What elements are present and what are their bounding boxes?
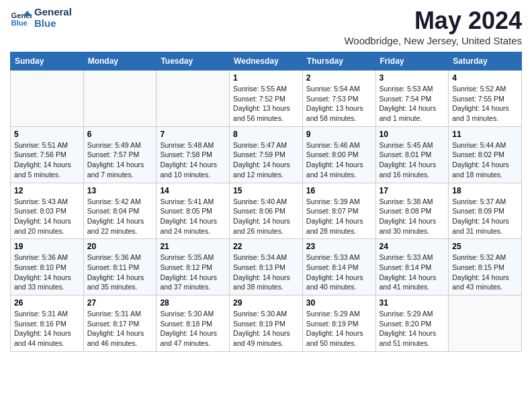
logo-line2: Blue [34, 17, 56, 29]
calendar-cell: 17Sunrise: 5:38 AMSunset: 8:08 PMDayligh… [375, 183, 449, 239]
day-info: Sunrise: 5:32 AMSunset: 8:15 PMDaylight:… [452, 253, 518, 292]
calendar-week-row: 5Sunrise: 5:51 AMSunset: 7:56 PMDaylight… [11, 126, 522, 183]
day-info: Sunrise: 5:34 AMSunset: 8:13 PMDaylight:… [233, 253, 299, 292]
calendar-cell: 15Sunrise: 5:40 AMSunset: 8:06 PMDayligh… [230, 183, 303, 239]
calendar-table: SundayMondayTuesdayWednesdayThursdayFrid… [10, 52, 522, 352]
day-info: Sunrise: 5:29 AMSunset: 8:19 PMDaylight:… [306, 309, 372, 349]
calendar-cell: 21Sunrise: 5:35 AMSunset: 8:12 PMDayligh… [157, 239, 230, 295]
calendar-cell: 20Sunrise: 5:36 AMSunset: 8:11 PMDayligh… [83, 239, 157, 295]
day-info: Sunrise: 5:53 AMSunset: 7:54 PMDaylight:… [380, 84, 445, 124]
logo: General Blue General Blue [10, 7, 72, 29]
calendar-cell: 4Sunrise: 5:52 AMSunset: 7:55 PMDaylight… [449, 71, 522, 127]
calendar-cell: 16Sunrise: 5:39 AMSunset: 8:07 PMDayligh… [302, 183, 375, 239]
day-number: 9 [306, 130, 372, 139]
weekday-header: Sunday [11, 52, 84, 71]
calendar-cell: 12Sunrise: 5:43 AMSunset: 8:03 PMDayligh… [11, 183, 84, 239]
day-number: 12 [14, 186, 80, 195]
calendar-week-row: 1Sunrise: 5:55 AMSunset: 7:52 PMDaylight… [11, 71, 522, 127]
calendar-cell [83, 71, 157, 127]
day-number: 28 [160, 298, 226, 308]
logo-icon: General Blue [10, 7, 32, 29]
calendar-cell: 25Sunrise: 5:32 AMSunset: 8:15 PMDayligh… [449, 239, 522, 295]
day-number: 29 [233, 298, 299, 308]
day-info: Sunrise: 5:39 AMSunset: 8:07 PMDaylight:… [306, 197, 372, 236]
calendar-week-row: 12Sunrise: 5:43 AMSunset: 8:03 PMDayligh… [11, 183, 522, 239]
day-info: Sunrise: 5:42 AMSunset: 8:04 PMDaylight:… [87, 197, 153, 236]
weekday-header: Tuesday [157, 52, 230, 71]
day-number: 8 [233, 130, 299, 139]
day-number: 20 [87, 242, 153, 251]
day-info: Sunrise: 5:44 AMSunset: 8:02 PMDaylight:… [452, 140, 518, 180]
day-info: Sunrise: 5:55 AMSunset: 7:52 PMDaylight:… [233, 84, 299, 124]
day-number: 2 [306, 73, 372, 83]
weekday-header: Saturday [449, 52, 522, 71]
weekday-header: Wednesday [230, 52, 303, 71]
day-info: Sunrise: 5:47 AMSunset: 7:59 PMDaylight:… [233, 140, 299, 180]
day-info: Sunrise: 5:35 AMSunset: 8:12 PMDaylight:… [160, 253, 226, 292]
day-info: Sunrise: 5:33 AMSunset: 8:14 PMDaylight:… [380, 253, 445, 292]
day-number: 19 [14, 242, 80, 251]
day-info: Sunrise: 5:43 AMSunset: 8:03 PMDaylight:… [14, 197, 80, 236]
calendar-cell: 5Sunrise: 5:51 AMSunset: 7:56 PMDaylight… [11, 126, 84, 183]
calendar-cell: 13Sunrise: 5:42 AMSunset: 8:04 PMDayligh… [83, 183, 157, 239]
day-number: 10 [380, 130, 445, 139]
calendar-cell: 1Sunrise: 5:55 AMSunset: 7:52 PMDaylight… [230, 71, 303, 127]
day-number: 26 [14, 298, 80, 308]
day-number: 21 [160, 242, 226, 251]
day-info: Sunrise: 5:29 AMSunset: 8:20 PMDaylight:… [380, 309, 445, 349]
calendar-cell [11, 71, 84, 127]
title-area: May 2024 Woodbridge, New Jersey, United … [344, 7, 522, 46]
day-number: 13 [87, 186, 153, 195]
day-number: 3 [380, 73, 445, 83]
calendar-cell: 27Sunrise: 5:31 AMSunset: 8:17 PMDayligh… [83, 295, 157, 352]
day-number: 23 [306, 242, 372, 251]
calendar-cell [157, 71, 230, 127]
day-number: 14 [160, 186, 226, 195]
calendar-cell: 11Sunrise: 5:44 AMSunset: 8:02 PMDayligh… [449, 126, 522, 183]
day-number: 15 [233, 186, 299, 195]
calendar-cell: 30Sunrise: 5:29 AMSunset: 8:19 PMDayligh… [302, 295, 375, 352]
day-info: Sunrise: 5:33 AMSunset: 8:14 PMDaylight:… [306, 253, 372, 292]
day-info: Sunrise: 5:38 AMSunset: 8:08 PMDaylight:… [380, 197, 445, 236]
calendar-cell: 31Sunrise: 5:29 AMSunset: 8:20 PMDayligh… [375, 295, 449, 352]
day-number: 16 [306, 186, 372, 195]
weekday-header: Friday [375, 52, 449, 71]
day-info: Sunrise: 5:51 AMSunset: 7:56 PMDaylight:… [14, 140, 80, 180]
weekday-header: Monday [83, 52, 157, 71]
calendar-cell: 14Sunrise: 5:41 AMSunset: 8:05 PMDayligh… [157, 183, 230, 239]
day-number: 18 [452, 186, 518, 195]
day-number: 7 [160, 130, 226, 139]
calendar-cell: 26Sunrise: 5:31 AMSunset: 8:16 PMDayligh… [11, 295, 84, 352]
calendar-cell: 9Sunrise: 5:46 AMSunset: 8:00 PMDaylight… [302, 126, 375, 183]
day-number: 5 [14, 130, 80, 139]
calendar-week-row: 19Sunrise: 5:36 AMSunset: 8:10 PMDayligh… [11, 239, 522, 295]
day-info: Sunrise: 5:37 AMSunset: 8:09 PMDaylight:… [452, 197, 518, 236]
calendar-cell: 2Sunrise: 5:54 AMSunset: 7:53 PMDaylight… [302, 71, 375, 127]
day-number: 31 [380, 298, 445, 308]
day-info: Sunrise: 5:54 AMSunset: 7:53 PMDaylight:… [306, 84, 372, 124]
day-info: Sunrise: 5:30 AMSunset: 8:19 PMDaylight:… [233, 309, 299, 349]
calendar-cell: 29Sunrise: 5:30 AMSunset: 8:19 PMDayligh… [230, 295, 303, 352]
day-info: Sunrise: 5:52 AMSunset: 7:55 PMDaylight:… [452, 84, 518, 124]
day-number: 27 [87, 298, 153, 308]
day-number: 4 [452, 73, 518, 83]
calendar-cell: 7Sunrise: 5:48 AMSunset: 7:58 PMDaylight… [157, 126, 230, 183]
month-title: May 2024 [344, 7, 522, 35]
calendar-cell: 28Sunrise: 5:30 AMSunset: 8:18 PMDayligh… [157, 295, 230, 352]
day-number: 25 [452, 242, 518, 251]
calendar-cell [449, 295, 522, 352]
day-info: Sunrise: 5:36 AMSunset: 8:11 PMDaylight:… [87, 253, 153, 292]
day-number: 6 [87, 130, 153, 139]
location-subtitle: Woodbridge, New Jersey, United States [344, 35, 522, 46]
day-info: Sunrise: 5:45 AMSunset: 8:01 PMDaylight:… [380, 140, 445, 180]
page-header: General Blue General Blue May 2024 Woodb… [10, 7, 522, 46]
calendar-cell: 19Sunrise: 5:36 AMSunset: 8:10 PMDayligh… [11, 239, 84, 295]
day-info: Sunrise: 5:31 AMSunset: 8:17 PMDaylight:… [87, 309, 153, 349]
calendar-cell: 23Sunrise: 5:33 AMSunset: 8:14 PMDayligh… [302, 239, 375, 295]
day-number: 11 [452, 130, 518, 139]
weekday-header: Thursday [302, 52, 375, 71]
day-number: 1 [233, 73, 299, 83]
day-info: Sunrise: 5:46 AMSunset: 8:00 PMDaylight:… [306, 140, 372, 180]
logo-line1: General [34, 6, 72, 17]
day-info: Sunrise: 5:40 AMSunset: 8:06 PMDaylight:… [233, 197, 299, 236]
